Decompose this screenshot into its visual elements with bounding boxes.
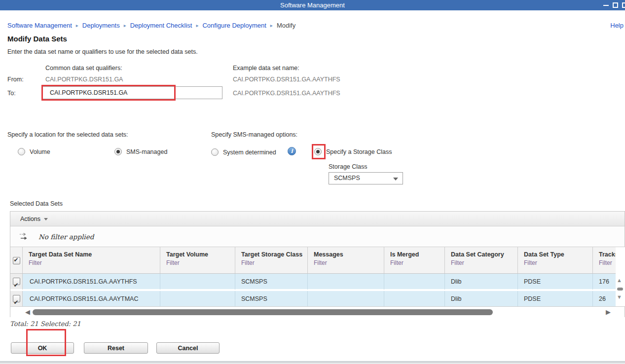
vertical-scroll-thumb[interactable]: [617, 288, 623, 291]
cell-target-volume: [160, 274, 235, 290]
scroll-up-icon[interactable]: [617, 278, 622, 283]
maximize-icon[interactable]: [613, 2, 618, 8]
cell-target-volume: [160, 291, 235, 307]
cell-data-set-type: PDSE: [518, 274, 593, 290]
column-filter-link[interactable]: Filter: [29, 259, 42, 266]
filter-status-text: No filter applied: [38, 226, 94, 247]
page-instructions: Enter the data set name or qualifiers to…: [7, 48, 198, 55]
cell-target-data-set-name: CAI.PORTPKG.DSR151.GA.AAYTHFS: [23, 274, 160, 290]
row-select-cell: [10, 274, 23, 290]
table-row[interactable]: CAI.PORTPKG.DSR151.GA.AAYTHFS SCMSPS Dli…: [10, 274, 616, 290]
header-cell-data-set-type: Data Set Type Filter: [518, 247, 593, 274]
to-qualifier-input[interactable]: [42, 86, 222, 99]
column-filter-link[interactable]: Filter: [599, 259, 612, 266]
page-title: Modify Data Sets: [7, 35, 67, 43]
column-header-label[interactable]: Messages: [314, 251, 382, 258]
cell-data-set-type: PDSE: [518, 291, 593, 307]
system-determined-radio-label: System determined: [223, 149, 276, 156]
reset-button[interactable]: Reset: [84, 342, 148, 354]
column-header-label[interactable]: Target Data Set Name: [29, 251, 158, 258]
column-header-label[interactable]: Data Set Type: [524, 251, 590, 258]
column-header-label[interactable]: Target Storage Class: [241, 251, 305, 258]
cell-data-set-category: Dlib: [445, 274, 518, 290]
header-cell-target-data-set-name: Target Data Set Name Filter: [23, 247, 160, 274]
chevron-right-icon: [192, 23, 202, 28]
horizontal-scrollbar: [10, 306, 625, 317]
cell-data-set-category: Dlib: [445, 291, 518, 307]
row-checkbox[interactable]: [13, 278, 20, 285]
table-summary: Total: 21 Selected: 21: [10, 320, 81, 328]
row-checkbox[interactable]: [13, 295, 20, 302]
to-label: To:: [7, 90, 16, 97]
storage-class-radio[interactable]: [314, 148, 322, 155]
cell-target-storage-class: SCMSPS: [235, 274, 308, 290]
storage-class-dropdown-label: Storage Class: [329, 163, 368, 170]
breadcrumb-current-modify: Modify: [277, 22, 295, 29]
window-titlebar: Software Management: [0, 0, 625, 10]
scroll-right-icon[interactable]: [606, 308, 611, 316]
sms-managed-radio-label: SMS-managed: [126, 148, 167, 155]
column-header-label[interactable]: Data Set Category: [451, 251, 515, 258]
storage-class-select[interactable]: SCMSPS: [329, 172, 403, 184]
table-actions-bar: Actions: [10, 212, 625, 226]
from-example-value: CAI.PORTPKG.DSR151.GA.AAYTHFS: [233, 76, 340, 83]
header-cell-target-volume: Target Volume Filter: [160, 247, 235, 274]
common-qualifiers-header: Common data set qualifiers:: [45, 65, 122, 72]
chevron-right-icon: [266, 23, 277, 28]
header-cell-messages: Messages Filter: [308, 247, 384, 274]
column-filter-link[interactable]: Filter: [390, 259, 404, 266]
filter-arrows-icon[interactable]: [19, 232, 29, 241]
chevron-down-icon: [393, 178, 398, 181]
column-filter-link[interactable]: Filter: [241, 259, 255, 266]
actions-menu-button[interactable]: Actions: [20, 212, 48, 226]
header-cell-select-all: [10, 247, 23, 274]
actions-menu-label: Actions: [20, 212, 40, 226]
breadcrumb-deployments[interactable]: Deployments: [82, 22, 120, 29]
location-section-label: Specify a location for the selected data…: [7, 131, 128, 138]
column-filter-link[interactable]: Filter: [524, 259, 537, 266]
cell-target-storage-class: SCMSPS: [235, 291, 308, 307]
breadcrumb: Software Management Deployments Deployme…: [7, 22, 295, 29]
sms-managed-radio[interactable]: [114, 148, 122, 155]
close-icon[interactable]: [622, 2, 625, 8]
row-select-cell: [10, 291, 23, 307]
breadcrumb-deployment-checklist[interactable]: Deployment Checklist: [130, 22, 192, 29]
column-filter-link[interactable]: Filter: [451, 259, 464, 266]
help-link[interactable]: Help: [610, 22, 624, 29]
selected-data-sets-table: Actions No filter applied: [10, 211, 625, 317]
example-name-header: Example data set name:: [233, 65, 299, 72]
cell-tracks: 176: [593, 274, 616, 290]
storage-class-selected-value: SCMSPS: [334, 175, 360, 182]
header-cell-is-merged: Is Merged Filter: [384, 247, 445, 274]
scroll-left-icon[interactable]: [25, 308, 30, 316]
cell-tracks: 26: [593, 291, 616, 307]
cell-is-merged: [384, 274, 445, 290]
window-controls: [603, 0, 622, 10]
column-filter-link[interactable]: Filter: [314, 259, 327, 266]
column-header-label[interactable]: Target Volume: [166, 251, 233, 258]
chevron-right-icon: [72, 23, 82, 28]
breadcrumb-configure-deployment[interactable]: Configure Deployment: [202, 22, 266, 29]
volume-radio[interactable]: [18, 148, 25, 155]
cell-target-data-set-name: CAI.PORTPKG.DSR151.GA.AAYTMAC: [23, 291, 160, 307]
minimize-icon[interactable]: [603, 5, 609, 6]
table-header-row: Target Data Set Name Filter Target Volum…: [10, 247, 616, 274]
ok-button[interactable]: OK: [11, 342, 74, 354]
volume-radio-label: Volume: [30, 148, 50, 155]
chevron-right-icon: [120, 23, 130, 28]
info-icon[interactable]: [288, 147, 296, 155]
cell-is-merged: [384, 291, 445, 307]
column-header-label[interactable]: Tracks: [599, 251, 614, 258]
table-row[interactable]: CAI.PORTPKG.DSR151.GA.AAYTMAC SCMSPS Dli…: [10, 291, 616, 307]
system-determined-radio[interactable]: [211, 148, 219, 156]
column-filter-link[interactable]: Filter: [166, 259, 180, 266]
scroll-down-icon[interactable]: [617, 294, 622, 300]
from-value: CAI.PORTPKG.DSR151.GA: [45, 76, 123, 83]
header-cell-tracks: Tracks Filter: [593, 247, 616, 274]
breadcrumb-software-management[interactable]: Software Management: [7, 22, 72, 29]
cancel-button[interactable]: Cancel: [156, 342, 220, 354]
horizontal-scroll-thumb[interactable]: [33, 309, 493, 315]
column-header-label[interactable]: Is Merged: [390, 251, 442, 258]
cell-messages: [308, 291, 384, 307]
select-all-checkbox[interactable]: [13, 257, 20, 264]
